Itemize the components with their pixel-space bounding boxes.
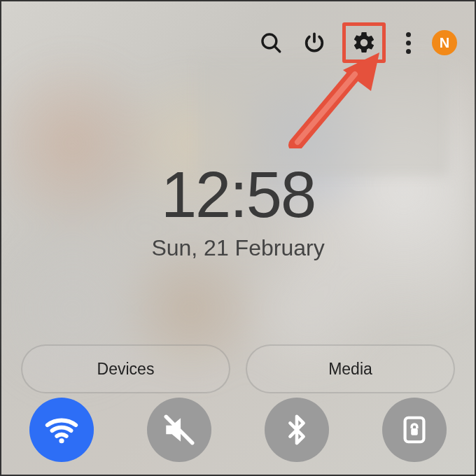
svg-rect-7 <box>411 428 418 435</box>
wifi-toggle[interactable] <box>29 398 94 462</box>
svg-point-4 <box>59 438 64 443</box>
svg-line-1 <box>275 47 280 52</box>
devices-button[interactable]: Devices <box>21 344 230 393</box>
top-icon-row: N <box>255 22 457 63</box>
mute-icon <box>162 412 197 447</box>
wifi-icon <box>43 411 80 449</box>
rotation-lock-toggle[interactable] <box>382 398 447 462</box>
quick-toggle-row <box>29 398 447 462</box>
mute-toggle[interactable] <box>147 398 211 462</box>
notification-panel: N 12:58 Sun, 21 February Devices Media <box>0 0 476 476</box>
clock-date: Sun, 21 February <box>1 235 475 261</box>
avatar[interactable]: N <box>432 30 457 55</box>
rotation-lock-icon <box>398 414 430 446</box>
pill-row: Devices Media <box>21 344 455 393</box>
search-icon[interactable] <box>255 27 286 58</box>
power-icon[interactable] <box>299 27 330 58</box>
media-label: Media <box>328 360 372 379</box>
devices-label: Devices <box>97 360 155 379</box>
media-button[interactable]: Media <box>246 344 455 393</box>
avatar-initial: N <box>440 35 449 51</box>
clock-time: 12:58 <box>1 162 475 227</box>
gear-icon[interactable] <box>349 27 379 58</box>
bluetooth-toggle[interactable] <box>265 398 329 462</box>
annotation-highlight-box <box>342 22 386 63</box>
bluetooth-icon <box>281 414 313 446</box>
clock-block: 12:58 Sun, 21 February <box>1 162 475 261</box>
more-vert-icon[interactable] <box>398 27 418 58</box>
